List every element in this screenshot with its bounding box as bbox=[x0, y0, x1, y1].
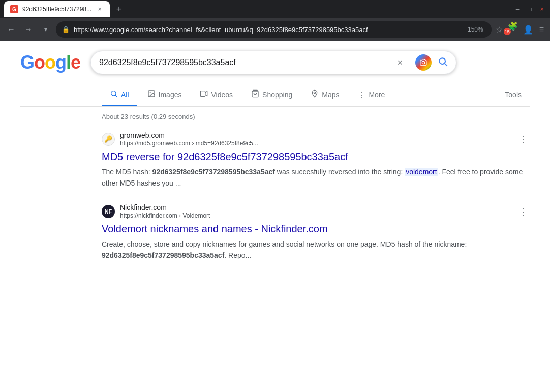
clear-search-button[interactable]: × bbox=[398, 57, 403, 68]
svg-point-9 bbox=[314, 92, 316, 93]
address-bar[interactable]: 🔒 https://www.google.com/search?channel=… bbox=[56, 21, 492, 38]
snippet-voldemort: voldemort bbox=[405, 168, 438, 176]
browser-menu-button[interactable]: ≡ bbox=[537, 23, 546, 36]
svg-rect-7 bbox=[201, 91, 205, 97]
profile-button[interactable]: 👤 bbox=[522, 24, 534, 36]
snippet-text-1: The MD5 hash: bbox=[102, 168, 152, 176]
result-domain-info-gromweb: gromweb.com https://md5.gromweb.com › md… bbox=[120, 131, 511, 148]
tab-bar: G 92d6325f8e9c5f737298... × + bbox=[4, 0, 126, 18]
tab-shopping[interactable]: Shopping bbox=[243, 84, 300, 106]
tab-videos[interactable]: Videos bbox=[192, 84, 241, 106]
result-url-nickfinder: https://nickfinder.com › Voldemort bbox=[120, 212, 511, 220]
tab-more[interactable]: ⋮ More bbox=[349, 85, 393, 106]
results-stats: About 23 results (0,29 seconds) bbox=[20, 113, 530, 120]
snippet-nick-text-1: Create, choose, store and copy nicknames… bbox=[102, 240, 467, 248]
tab-videos-label: Videos bbox=[211, 91, 233, 99]
browser-navbar: ← → ▾ 🔒 https://www.google.com/search?ch… bbox=[0, 18, 550, 41]
tab-close-button[interactable]: × bbox=[96, 5, 104, 13]
close-window-button[interactable]: × bbox=[538, 5, 546, 13]
bookmark-button[interactable]: ☆ bbox=[495, 24, 504, 36]
tab-maps-label: Maps bbox=[322, 91, 339, 99]
result-domain-name-nickfinder: Nickfinder.com bbox=[120, 203, 511, 212]
google-page: G o o g l e 92d6325f8e9c5f737298595bc33a… bbox=[0, 41, 550, 392]
search-divider bbox=[409, 56, 409, 69]
snippet-text-2: was succesfully reversed into the string… bbox=[275, 168, 405, 176]
image-search-button[interactable] bbox=[415, 54, 432, 71]
svg-point-6 bbox=[149, 92, 150, 93]
snippet-hash-1: 92d6325f8e9c5f737298595bc33a5acf bbox=[152, 168, 275, 176]
tab-more-label: More bbox=[369, 91, 385, 99]
logo-letter-o1: o bbox=[34, 52, 45, 73]
back-button[interactable]: ← bbox=[4, 22, 18, 37]
logo-letter-g: G bbox=[20, 52, 34, 73]
snippet-nick-hash: 92d6325f8e9c5f737298595bc33a5acf bbox=[102, 251, 224, 259]
favicon-nickfinder: NF bbox=[102, 205, 115, 218]
search-query-text: 92d6325f8e9c5f737298595bc33a5acf bbox=[99, 58, 391, 67]
tab-images[interactable]: Images bbox=[139, 84, 190, 106]
tab-title: 92d6325f8e9c5f737298... bbox=[22, 6, 91, 13]
tab-all-label: All bbox=[121, 91, 129, 99]
result-menu-nickfinder[interactable]: ⋮ bbox=[516, 204, 530, 219]
lock-icon: 🔒 bbox=[62, 26, 70, 33]
address-text: https://www.google.com/search?channel=fs… bbox=[74, 26, 462, 34]
more-tab-icon: ⋮ bbox=[357, 90, 365, 100]
tab-tools[interactable]: Tools bbox=[497, 85, 530, 105]
result-domain-info-nickfinder: Nickfinder.com https://nickfinder.com › … bbox=[120, 203, 511, 220]
tab-maps[interactable]: Maps bbox=[302, 84, 347, 106]
result-title-nickfinder[interactable]: Voldemort nicknames and names - Nickfind… bbox=[102, 222, 530, 235]
tab-images-label: Images bbox=[159, 91, 182, 99]
maximize-button[interactable]: □ bbox=[526, 5, 534, 13]
result-title-gromweb[interactable]: MD5 reverse for 92d6325f8e9c5f737298595b… bbox=[102, 150, 530, 163]
search-tabs: All Images Videos bbox=[20, 84, 530, 107]
extensions-area: 🧩 15 bbox=[507, 21, 519, 38]
snippet-nick-text-2: . Repo... bbox=[224, 251, 251, 259]
favicon-gromweb-icon: 🔑 bbox=[104, 135, 112, 143]
window-controls: – □ × bbox=[513, 5, 546, 13]
minimize-button[interactable]: – bbox=[513, 5, 522, 13]
forward-button[interactable]: → bbox=[21, 22, 36, 37]
result-snippet-gromweb: The MD5 hash: 92d6325f8e9c5f737298595bc3… bbox=[102, 166, 530, 189]
search-result-nickfinder: NF Nickfinder.com https://nickfinder.com… bbox=[20, 203, 530, 261]
google-header: G o o g l e 92d6325f8e9c5f737298595bc33a… bbox=[20, 51, 530, 74]
tab-favicon: G bbox=[10, 5, 18, 13]
images-tab-icon bbox=[147, 89, 156, 100]
result-domain-name-gromweb: gromweb.com bbox=[120, 131, 511, 140]
zoom-badge: 150% bbox=[466, 25, 485, 34]
tab-shopping-label: Shopping bbox=[262, 91, 292, 99]
search-result-gromweb: 🔑 gromweb.com https://md5.gromweb.com › … bbox=[20, 131, 530, 189]
all-tab-icon bbox=[110, 89, 118, 100]
extension-count-badge: 15 bbox=[504, 28, 511, 35]
browser-titlebar: G 92d6325f8e9c5f737298... × + – □ × bbox=[0, 0, 550, 18]
favicon-nickfinder-text: NF bbox=[105, 208, 112, 215]
maps-tab-icon bbox=[311, 89, 319, 100]
dropdown-button[interactable]: ▾ bbox=[39, 22, 53, 37]
svg-point-0 bbox=[422, 61, 424, 64]
result-source-nickfinder: NF Nickfinder.com https://nickfinder.com… bbox=[102, 203, 530, 220]
svg-line-2 bbox=[445, 63, 447, 66]
search-button[interactable] bbox=[438, 56, 448, 69]
svg-line-4 bbox=[115, 95, 117, 97]
result-snippet-nickfinder: Create, choose, store and copy nicknames… bbox=[102, 238, 530, 261]
new-tab-button[interactable]: + bbox=[112, 2, 126, 16]
logo-letter-l: l bbox=[66, 52, 71, 73]
logo-letter-o2: o bbox=[45, 52, 55, 73]
logo-letter-g2: g bbox=[55, 52, 66, 73]
logo-letter-e: e bbox=[71, 52, 80, 73]
shopping-tab-icon bbox=[251, 89, 259, 100]
result-url-gromweb: https://md5.gromweb.com › md5=92d6325f8e… bbox=[120, 140, 511, 148]
result-source-gromweb: 🔑 gromweb.com https://md5.gromweb.com › … bbox=[102, 131, 530, 148]
videos-tab-icon bbox=[200, 89, 208, 100]
search-box: 92d6325f8e9c5f737298595bc33a5acf × bbox=[90, 51, 456, 74]
tab-all[interactable]: All bbox=[102, 84, 137, 106]
result-menu-gromweb[interactable]: ⋮ bbox=[516, 132, 530, 147]
favicon-gromweb: 🔑 bbox=[102, 133, 115, 146]
google-logo[interactable]: G o o g l e bbox=[20, 52, 80, 73]
active-tab[interactable]: G 92d6325f8e9c5f737298... × bbox=[4, 1, 110, 17]
search-box-container: 92d6325f8e9c5f737298595bc33a5acf × bbox=[90, 51, 456, 74]
